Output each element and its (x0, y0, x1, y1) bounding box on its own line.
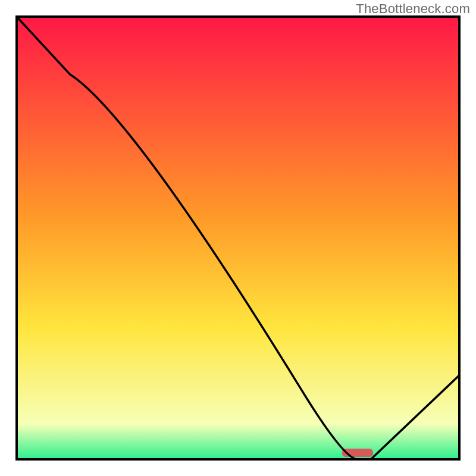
bottleneck-chart (0, 0, 476, 476)
chart-container: TheBottleneck.com (0, 0, 476, 476)
